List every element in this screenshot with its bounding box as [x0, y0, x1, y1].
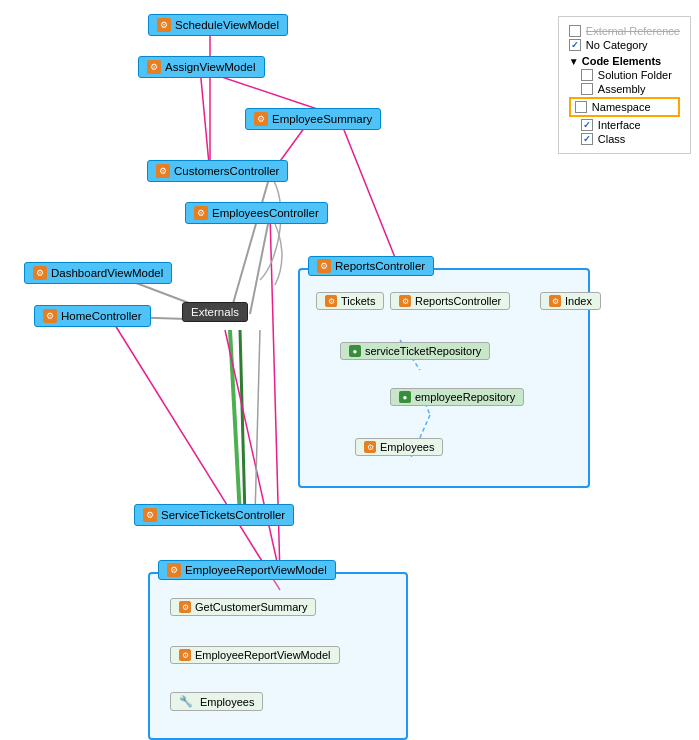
inner-node-label: EmployeeReportViewModel — [195, 649, 331, 661]
inner-node-label: Index — [565, 295, 592, 307]
node-label: Externals — [191, 306, 239, 318]
section-label: Code Elements — [582, 55, 661, 67]
node-label: ScheduleViewModel — [175, 19, 279, 31]
legend-no-category: No Category — [569, 39, 680, 51]
inner-node-label: serviceTicketRepository — [365, 345, 481, 357]
service-ticket-repository-node[interactable]: ● serviceTicketRepository — [340, 342, 490, 360]
node-icon: ⚙ — [194, 206, 208, 220]
node-label: HomeController — [61, 310, 142, 322]
reports-controller-title[interactable]: ⚙ ReportsController — [308, 256, 434, 276]
legend-namespace: Namespace — [569, 97, 680, 117]
inner-node-icon: ⚙ — [399, 295, 411, 307]
svg-line-8 — [230, 330, 240, 516]
node-label: EmployeeSummary — [272, 113, 372, 125]
legend-label: External Reference — [586, 25, 680, 37]
home-controller-node[interactable]: ⚙ HomeController — [34, 305, 151, 327]
schedule-view-model-node[interactable]: ⚙ ScheduleViewModel — [148, 14, 288, 36]
inner-node-label: ReportsController — [415, 295, 501, 307]
svg-line-1 — [200, 68, 210, 175]
inner-node-icon: ⚙ — [179, 649, 191, 661]
employee-report-title[interactable]: ⚙ EmployeeReportViewModel — [158, 560, 336, 580]
employees-inner-node[interactable]: ⚙ Employees — [355, 438, 443, 456]
employee-repository-node[interactable]: ● employeeRepository — [390, 388, 524, 406]
legend-checkbox-no-category[interactable] — [569, 39, 581, 51]
legend-interface: Interface — [569, 119, 680, 131]
legend-panel: External Reference No Category ▼ Code El… — [558, 16, 691, 154]
legend-checkbox-interface[interactable] — [581, 119, 593, 131]
index-node[interactable]: ⚙ Index — [540, 292, 601, 310]
legend-code-elements-section: ▼ Code Elements — [569, 55, 680, 67]
inner-node-icon: ● — [399, 391, 411, 403]
inner-node-label: employeeRepository — [415, 391, 515, 403]
svg-line-5 — [250, 214, 270, 314]
node-label: DashboardViewModel — [51, 267, 163, 279]
customers-controller-node[interactable]: ⚙ CustomersController — [147, 160, 288, 182]
assign-view-model-node[interactable]: ⚙ AssignViewModel — [138, 56, 265, 78]
get-customer-summary-node[interactable]: ⚙ GetCustomerSummary — [170, 598, 316, 616]
legend-checkbox-external[interactable] — [569, 25, 581, 37]
reports-controller-container: ⚙ ReportsController ⚙ Tickets ⚙ ReportsC… — [298, 268, 590, 488]
employee-summary-node[interactable]: ⚙ EmployeeSummary — [245, 108, 381, 130]
svg-line-3 — [340, 120, 400, 270]
legend-label: Namespace — [592, 101, 651, 113]
node-icon: ⚙ — [147, 60, 161, 74]
legend-label: Class — [598, 133, 626, 145]
node-label: EmployeesController — [212, 207, 319, 219]
reports-controller-inner-node[interactable]: ⚙ ReportsController — [390, 292, 510, 310]
legend-assembly: Assembly — [569, 83, 680, 95]
node-icon: ⚙ — [167, 563, 181, 577]
node-label: AssignViewModel — [165, 61, 256, 73]
legend-checkbox-class[interactable] — [581, 133, 593, 145]
legend-label: No Category — [586, 39, 648, 51]
inner-node-label: Employees — [200, 696, 254, 708]
wrench-icon: 🔧 — [179, 695, 193, 708]
legend-external-reference: External Reference — [569, 25, 680, 37]
legend-checkbox-namespace[interactable] — [575, 101, 587, 113]
node-icon: ⚙ — [317, 259, 331, 273]
legend-checkbox-assembly[interactable] — [581, 83, 593, 95]
svg-line-9 — [240, 330, 245, 516]
legend-checkbox-solution-folder[interactable] — [581, 69, 593, 81]
legend-label: Interface — [598, 119, 641, 131]
employees-controller-node[interactable]: ⚙ EmployeesController — [185, 202, 328, 224]
svg-line-10 — [225, 330, 280, 575]
svg-line-4 — [230, 175, 270, 314]
svg-line-11 — [255, 330, 260, 516]
container-title-label: ReportsController — [335, 260, 425, 272]
employee-report-view-model-inner-node[interactable]: ⚙ EmployeeReportViewModel — [170, 646, 340, 664]
tickets-node[interactable]: ⚙ Tickets — [316, 292, 384, 310]
externals-node[interactable]: Externals — [182, 302, 248, 322]
container-title-label: EmployeeReportViewModel — [185, 564, 327, 576]
inner-node-icon: ⚙ — [364, 441, 376, 453]
node-icon: ⚙ — [254, 112, 268, 126]
legend-solution-folder: Solution Folder — [569, 69, 680, 81]
employees-wrench-node[interactable]: 🔧 Employees — [170, 692, 263, 711]
node-icon: ⚙ — [143, 508, 157, 522]
inner-node-label: GetCustomerSummary — [195, 601, 307, 613]
node-icon: ⚙ — [33, 266, 47, 280]
svg-line-17 — [110, 317, 280, 590]
node-icon: ⚙ — [156, 164, 170, 178]
legend-label: Solution Folder — [598, 69, 672, 81]
diagram-canvas: ⚙ ScheduleViewModel ⚙ AssignViewModel ⚙ … — [0, 0, 699, 740]
legend-class: Class — [569, 133, 680, 145]
node-icon: ⚙ — [157, 18, 171, 32]
employee-report-view-model-container: ⚙ EmployeeReportViewModel ⚙ GetCustomerS… — [148, 572, 408, 740]
inner-node-icon: ● — [349, 345, 361, 357]
service-tickets-controller-node[interactable]: ⚙ ServiceTicketsController — [134, 504, 294, 526]
inner-node-label: Employees — [380, 441, 434, 453]
collapse-arrow[interactable]: ▼ — [569, 56, 579, 67]
inner-node-icon: ⚙ — [549, 295, 561, 307]
node-label: CustomersController — [174, 165, 279, 177]
node-label: ServiceTicketsController — [161, 509, 285, 521]
node-icon: ⚙ — [43, 309, 57, 323]
inner-node-label: Tickets — [341, 295, 375, 307]
inner-node-icon: ⚙ — [325, 295, 337, 307]
dashboard-view-model-node[interactable]: ⚙ DashboardViewModel — [24, 262, 172, 284]
legend-label: Assembly — [598, 83, 646, 95]
inner-node-icon: ⚙ — [179, 601, 191, 613]
